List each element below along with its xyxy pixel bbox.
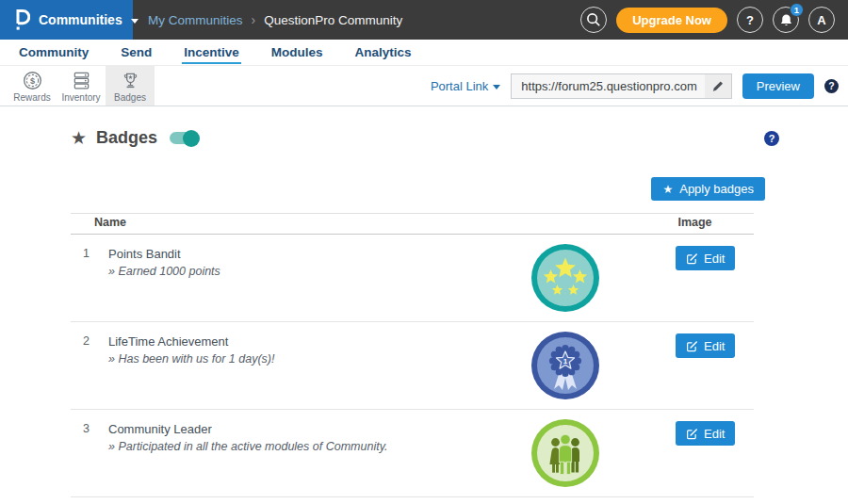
inventory-icon (72, 71, 91, 90)
badges-toggle[interactable] (170, 132, 198, 144)
edit-icon (686, 340, 698, 352)
edit-button[interactable]: Edit (676, 246, 735, 270)
incentive-toolbar: $ Rewards Inventory Badges Portal Link (0, 66, 848, 106)
trophy-icon (121, 71, 140, 90)
breadcrumb-my-communities[interactable]: My Communities (148, 13, 243, 27)
edit-icon (686, 428, 698, 440)
coin-icon: $ (23, 71, 42, 90)
people-group-badge-icon (530, 418, 600, 488)
preview-button[interactable]: Preview (742, 73, 814, 99)
portal-url-value[interactable]: https://forum25.questionpro.com (512, 79, 704, 93)
badge-description: » Has been with us for 1 day(s)! (108, 352, 495, 366)
table-row: 1 Points Bandit » Earned 1000 points (71, 235, 754, 322)
page-title: Badges (96, 128, 157, 148)
ribbon-award-badge-icon: 1 (530, 331, 600, 400)
tab-community[interactable]: Community (17, 41, 90, 64)
portal-link-label: Portal Link (431, 79, 488, 93)
avatar[interactable]: A (808, 7, 835, 33)
column-header-name: Name (71, 216, 495, 229)
table-row: 3 Community Leader » Participated in all… (71, 410, 754, 497)
apply-badges-label: Apply badges (679, 182, 754, 196)
module-nav: Community Send Incentive Modules Analyti… (0, 40, 848, 66)
edit-button-label: Edit (704, 252, 725, 266)
edit-icon (686, 252, 698, 265)
toolbar-item-rewards[interactable]: $ Rewards (8, 66, 57, 106)
search-icon (585, 11, 602, 28)
questionpro-logo-icon (11, 7, 30, 34)
top-header: Communities My Communities › QuestionPro… (0, 0, 848, 40)
toolbar-right: Portal Link https://forum25.questionpro.… (431, 66, 848, 106)
edit-button-label: Edit (704, 339, 725, 353)
row-index: 3 (71, 410, 108, 496)
badge-description: » Earned 1000 points (108, 265, 495, 278)
portal-link-dropdown[interactable]: Portal Link (431, 79, 500, 93)
edit-button[interactable]: Edit (676, 421, 735, 446)
avatar-initial: A (817, 13, 825, 27)
pencil-icon (711, 80, 724, 92)
tab-send[interactable]: Send (119, 41, 154, 64)
apply-badges-button[interactable]: ★ Apply badges (651, 177, 765, 201)
table-row: 2 LifeTime Achievement » Has been with u… (71, 322, 754, 410)
chevron-down-icon (493, 85, 500, 89)
communities-menu-label: Communities (39, 12, 122, 27)
toolbar-item-badges[interactable]: Badges (106, 66, 155, 106)
toolbar-item-label: Inventory (61, 92, 100, 103)
tab-incentive[interactable]: Incentive (182, 41, 241, 64)
help-icon: ? (746, 13, 754, 27)
column-header-image: Image (636, 216, 754, 229)
breadcrumb-current: QuestionPro Community (264, 13, 402, 27)
star-icon: ★ (662, 183, 673, 196)
help-button[interactable]: ? (737, 7, 763, 33)
tab-modules[interactable]: Modules (269, 41, 325, 64)
badge-name: Points Bandit (108, 247, 495, 261)
tab-analytics[interactable]: Analytics (353, 41, 414, 64)
portal-url-box: https://forum25.questionpro.com (511, 73, 731, 99)
notifications-wrap: 1 (773, 7, 799, 33)
toolbar-item-inventory[interactable]: Inventory (57, 66, 106, 106)
portal-help-icon[interactable]: ? (824, 79, 839, 93)
notification-count-badge: 1 (790, 3, 804, 17)
svg-text:1: 1 (563, 357, 568, 366)
edit-url-button[interactable] (705, 74, 731, 98)
star-icon: ★ (71, 127, 87, 149)
communities-menu[interactable]: Communities (0, 0, 133, 40)
badges-help-icon[interactable]: ? (764, 131, 779, 146)
edit-button[interactable]: Edit (676, 333, 735, 358)
toolbar-item-label: Badges (114, 92, 146, 103)
edit-button-label: Edit (704, 427, 725, 441)
badge-name: LifeTime Achievement (108, 334, 495, 349)
toggle-knob (183, 130, 200, 147)
badges-table: Name Image 1 Points Bandit » Earned 1000… (71, 213, 754, 497)
row-index: 2 (71, 322, 108, 409)
header-actions: Upgrade Now ? 1 A (580, 7, 848, 33)
toolbar-item-label: Rewards (13, 92, 50, 103)
badge-description: » Participated in all the active modules… (108, 440, 495, 453)
row-index: 1 (71, 235, 108, 321)
badges-title-row: ★ Badges ? (71, 127, 779, 149)
search-button[interactable] (580, 7, 607, 33)
table-header: Name Image (71, 213, 754, 235)
svg-text:$: $ (29, 76, 34, 86)
upgrade-now-button[interactable]: Upgrade Now (616, 8, 727, 33)
badge-name: Community Leader (108, 422, 495, 436)
five-stars-badge-icon (530, 243, 600, 313)
breadcrumb: My Communities › QuestionPro Community (148, 12, 402, 27)
chevron-down-icon (131, 19, 139, 24)
apply-badges-row: ★ Apply badges (0, 177, 765, 201)
breadcrumb-separator-icon: › (252, 12, 256, 27)
